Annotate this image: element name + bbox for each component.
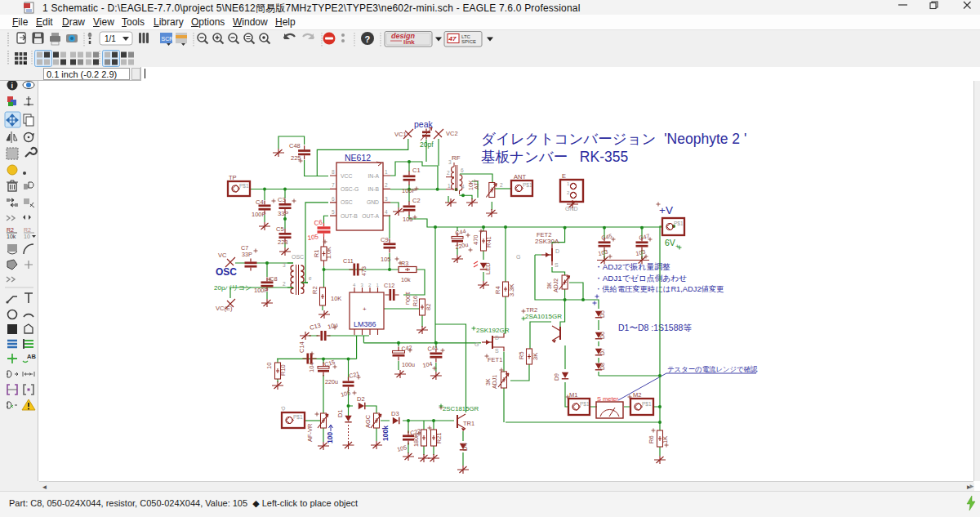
svg-text:D1: D1 [336, 409, 344, 417]
svg-text:220u: 220u [455, 241, 470, 251]
svg-text:3: 3 [448, 159, 452, 165]
svg-text:10: 10 [24, 234, 30, 239]
svg-text:LTC: LTC [461, 34, 471, 39]
svg-text:10k: 10k [7, 234, 16, 239]
svg-text:2: 2 [567, 190, 570, 195]
svg-text:2SA1015GR: 2SA1015GR [525, 313, 562, 320]
svg-text:3K: 3K [546, 282, 552, 289]
svg-text:e: e [309, 275, 312, 281]
svg-text:104: 104 [308, 362, 315, 372]
svg-text:ADJ1: ADJ1 [492, 375, 497, 389]
svg-text:FET1: FET1 [488, 356, 502, 363]
svg-text:3: 3 [385, 196, 388, 202]
svg-text:S: S [555, 262, 559, 268]
svg-text:SPICE: SPICE [461, 39, 476, 44]
svg-text:C8: C8 [270, 275, 278, 283]
svg-text:VC2: VC2 [446, 130, 458, 137]
svg-text:10K: 10K [331, 295, 341, 302]
svg-text:GND: GND [367, 199, 379, 205]
svg-text:82: 82 [425, 304, 432, 310]
svg-text:AGC: AGC [364, 414, 372, 428]
svg-text:VCC: VCC [341, 173, 352, 179]
svg-text:D2: D2 [357, 395, 365, 403]
svg-text:C45: C45 [601, 232, 613, 242]
svg-text:VC: VC [218, 252, 227, 259]
svg-text:D4: D4 [461, 443, 469, 451]
svg-text:3: 3 [361, 283, 364, 287]
svg-text:TP: TP [229, 174, 237, 181]
svg-text:テスターの電流レンジで確認: テスターの電流レンジで確認 [667, 365, 758, 373]
svg-text:10k: 10k [401, 276, 411, 283]
svg-text:C12: C12 [384, 282, 394, 289]
svg-text:10u: 10u [327, 321, 338, 331]
svg-text:2SK192GR: 2SK192GR [476, 327, 510, 334]
svg-text:220u: 220u [325, 378, 338, 386]
svg-text:R41: R41 [485, 236, 492, 247]
svg-text:SCR: SCR [162, 36, 174, 42]
svg-text:ATT: ATT [474, 179, 479, 189]
svg-text:4: 4 [353, 283, 356, 287]
svg-text:2SK30A: 2SK30A [535, 238, 559, 245]
svg-text:1: 1 [385, 169, 388, 175]
svg-text:2: 2 [385, 182, 388, 188]
svg-text:2: 2 [447, 170, 450, 176]
svg-text:105: 105 [307, 233, 319, 242]
svg-text:104: 104 [422, 360, 433, 369]
svg-text:・ADJ2で振れ量調整: ・ADJ2で振れ量調整 [595, 262, 670, 271]
svg-text:P$1: P$1 [293, 414, 303, 420]
svg-text:105: 105 [403, 216, 413, 223]
svg-text:D7: D7 [599, 348, 605, 355]
svg-text:3K: 3K [532, 353, 539, 360]
svg-text:+: + [675, 243, 679, 250]
svg-text:VC(E): VC(E) [216, 305, 233, 312]
svg-text:M2: M2 [633, 391, 641, 399]
svg-text:R2: R2 [7, 227, 14, 233]
svg-text:3: 3 [283, 262, 286, 268]
svg-text:RF: RF [452, 154, 461, 162]
svg-text:100: 100 [326, 432, 334, 443]
svg-text:C11: C11 [343, 257, 354, 265]
svg-text:1/1: 1/1 [105, 34, 116, 43]
svg-text:i: i [11, 82, 13, 90]
svg-text:R3: R3 [401, 260, 408, 267]
svg-text:OSC-G: OSC-G [341, 186, 359, 192]
svg-text:GND: GND [565, 206, 578, 212]
svg-text:ADJ2: ADJ2 [553, 279, 559, 292]
svg-text:G: G [474, 341, 479, 347]
svg-text:G: G [516, 254, 520, 260]
svg-text:100k: 100k [381, 426, 390, 441]
svg-text:OUT-B: OUT-B [341, 213, 358, 219]
svg-text:R6: R6 [648, 435, 655, 443]
svg-text:AF-VR: AF-VR [306, 423, 314, 442]
svg-text:2SC1815GR: 2SC1815GR [443, 405, 479, 412]
svg-text:C6: C6 [314, 219, 323, 227]
svg-text:8: 8 [332, 169, 335, 175]
svg-text:ダイレクトコンバージョン 'Neophyte 2 ': ダイレクトコンバージョン 'Neophyte 2 ' [481, 131, 746, 147]
svg-text:2: 2 [500, 182, 503, 188]
svg-text:R5: R5 [518, 351, 525, 359]
svg-text:1: 1 [376, 283, 380, 287]
svg-text:223: 223 [278, 238, 288, 246]
svg-text:10K: 10K [468, 180, 474, 190]
svg-text:6: 6 [332, 196, 335, 202]
svg-text:S meter: S meter [597, 395, 619, 403]
svg-text:D9: D9 [554, 373, 559, 381]
svg-text:33P: 33P [278, 210, 288, 217]
svg-text:peak: peak [414, 119, 434, 129]
svg-text:3K: 3K [485, 378, 491, 386]
svg-text:C41: C41 [427, 344, 439, 353]
svg-text:7: 7 [332, 182, 335, 188]
svg-text:+: + [363, 305, 367, 313]
svg-text:OSC: OSC [341, 199, 353, 205]
svg-text:R10: R10 [279, 364, 287, 376]
svg-text:P$1: P$1 [674, 221, 684, 226]
svg-text:C1: C1 [412, 167, 421, 174]
svg-text:C48: C48 [289, 142, 301, 149]
svg-text:1K: 1K [662, 436, 669, 443]
svg-text:473: 473 [360, 266, 368, 276]
svg-text:103: 103 [635, 248, 647, 257]
svg-text:5: 5 [332, 209, 335, 215]
svg-text:100u: 100u [402, 361, 415, 368]
svg-text:C3: C3 [278, 196, 286, 203]
svg-text:C44: C44 [455, 227, 467, 237]
